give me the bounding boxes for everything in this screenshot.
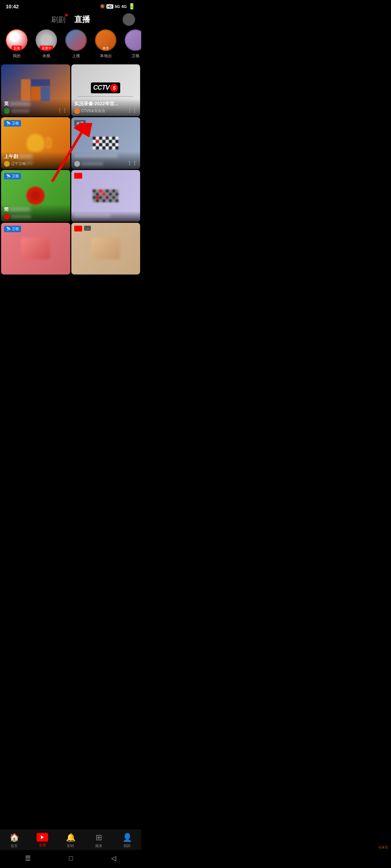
card-3-subtitle: 辽宁卫视 xyxy=(4,161,67,167)
channel-item-local[interactable]: 频道 本地台 xyxy=(93,29,118,59)
tab-live[interactable]: 直播 xyxy=(74,14,90,25)
status-icons: 🔕 HD 5G 4G 🔋 xyxy=(100,3,135,10)
mute-icon: 🔕 xyxy=(100,4,105,9)
card-7[interactable]: 📡 卫视 xyxy=(1,223,70,275)
card-3-info: 上午剧 辽宁卫视 xyxy=(1,152,70,169)
card-5-tag: 📡 卫视 xyxy=(4,173,21,179)
card-2[interactable]: CCTV 5 实况录像-2022年世... CTV5体育高清 ⋮⋮ xyxy=(71,64,140,116)
battery-icon: 🔋 xyxy=(128,3,135,10)
card-8-tag-red xyxy=(74,226,82,231)
live-badge-cctv: 直播中 xyxy=(40,46,53,51)
status-time: 10:42 xyxy=(6,4,19,9)
channel-name-mine: 我的 xyxy=(13,53,21,59)
card-2-title: 实况录像-2022年世... xyxy=(74,101,138,107)
channel-name-sv: 上视 xyxy=(72,53,80,59)
channel-item-sat[interactable]: 卫视 xyxy=(123,29,141,59)
tab-drama[interactable]: 刷剧 xyxy=(51,15,66,25)
card-3-tag: 📡 卫视 xyxy=(4,120,21,127)
card-1[interactable]: 英 ⋮⋮ xyxy=(1,64,70,116)
avatar xyxy=(123,14,135,25)
status-bar: 10:42 🔕 HD 5G 4G 🔋 xyxy=(0,0,141,11)
new-dot xyxy=(65,14,68,16)
card-4-tag: 央视 xyxy=(74,120,86,127)
channel-avatar-sv xyxy=(65,29,87,51)
card-5-info: 简 xyxy=(1,204,70,222)
card-7-tag: 📡 卫视 xyxy=(4,226,21,232)
channel-item-sv[interactable]: 上视 xyxy=(64,29,88,59)
channel-name-cctv: 央视 xyxy=(42,53,50,59)
card-4-menu[interactable]: ⋮⋮ xyxy=(127,160,137,166)
card-5-title: 简 xyxy=(4,207,67,213)
card-4[interactable]: 央视 ⋮⋮ xyxy=(71,117,140,169)
channel-name-local: 本地台 xyxy=(100,53,112,59)
card-2-menu[interactable]: ⋮⋮ xyxy=(127,107,137,113)
card-5[interactable]: 📡 卫视 简 xyxy=(1,170,70,222)
card-5-subtitle xyxy=(4,214,67,220)
card-6-info xyxy=(71,211,140,222)
local-badge: 频道 xyxy=(101,46,110,51)
live-badge-mine: 直播 xyxy=(12,46,22,51)
card-3-title: 上午剧 xyxy=(4,154,67,160)
card-4-title xyxy=(74,154,138,160)
channel-row: 直播 我的 直播中 央视 上视 频道 本地台 卫视 xyxy=(0,29,141,64)
card-6[interactable] xyxy=(71,170,140,222)
signal-4g: 4G xyxy=(121,4,127,9)
card-2-channel: CTV5体育高清 xyxy=(81,109,105,114)
card-3[interactable]: 📡 卫视 上午剧 辽宁卫视 xyxy=(1,117,70,169)
channel-name-sat: 卫视 xyxy=(131,53,139,59)
satellite-icon-7: 📡 xyxy=(6,227,10,231)
signal-5g: 5G xyxy=(115,4,120,9)
avatar-button[interactable] xyxy=(122,13,135,26)
card-1-title: 英 xyxy=(4,101,67,107)
card-6-tag-red xyxy=(74,173,82,179)
channel-avatar-local: 频道 xyxy=(95,29,117,51)
card-6-title xyxy=(74,213,138,220)
header: 刷剧 直播 xyxy=(0,11,141,29)
channel-avatar-cctv: 直播中 xyxy=(35,29,57,51)
content-grid: 英 ⋮⋮ CCTV 5 实况录像-2022年世... CTV5 xyxy=(0,64,141,275)
card-8[interactable]: ... xyxy=(71,223,140,275)
channel-item-mine[interactable]: 直播 我的 xyxy=(4,29,29,59)
header-tabs: 刷剧 直播 xyxy=(51,14,90,25)
card-8-tag-label: ... xyxy=(84,226,91,231)
channel-avatar-sat xyxy=(125,29,141,51)
satellite-icon-5: 📡 xyxy=(6,174,10,178)
hd-badge: HD xyxy=(106,4,113,9)
channel-item-cctv[interactable]: 直播中 央视 xyxy=(34,29,59,59)
satellite-icon-3: 📡 xyxy=(6,121,10,125)
channel-avatar-mine: 直播 xyxy=(6,29,28,51)
card-1-menu[interactable]: ⋮⋮ xyxy=(57,107,67,113)
